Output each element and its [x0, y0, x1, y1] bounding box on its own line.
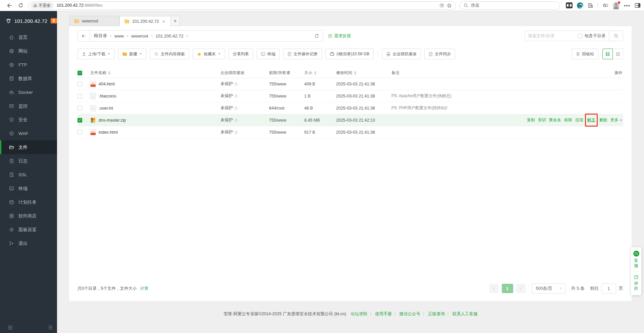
current-page-button[interactable]: 1	[502, 284, 513, 293]
wechat-link[interactable]: 微信公众号	[399, 312, 421, 316]
sidebar-item-home[interactable]: 首页	[0, 30, 57, 44]
bookmark-star-icon[interactable]	[445, 2, 453, 9]
sidebar-item-docker[interactable]: Docker	[0, 85, 57, 99]
sidebar-panel-icon[interactable]	[635, 3, 641, 8]
alert-count-badge[interactable]: 0	[51, 18, 57, 23]
goto-page-input[interactable]	[601, 283, 616, 293]
sidebar-item-logout[interactable]: 退出	[0, 237, 57, 250]
share-list-button[interactable]: 分享列表	[228, 49, 253, 59]
sidebar-item-database[interactable]: 数据库	[0, 72, 57, 85]
sidebar-item-waf[interactable]: WAF	[0, 127, 57, 140]
new-tab-button[interactable]: +	[171, 16, 180, 26]
favorites-button[interactable]: 收藏夹▼	[193, 49, 225, 59]
sidebar-item-logs[interactable]: 日志	[0, 154, 57, 168]
extension-dark-icon[interactable]	[566, 2, 573, 8]
rate-icon[interactable]	[634, 275, 639, 279]
breadcrumb-root[interactable]: 根目录	[94, 33, 107, 39]
select-all-checkbox[interactable]: −	[77, 71, 82, 75]
url-text[interactable]: 101.200.42.72:8888/files	[57, 3, 438, 8]
collapse-menu-icon[interactable]	[7, 325, 13, 330]
sidebar-item-security[interactable]: 安全	[0, 113, 57, 127]
table-row[interactable]: 404.html 未保护 755/www 409 B 2025-03-03 21…	[77, 78, 623, 90]
copy-action[interactable]: 复制	[527, 117, 535, 123]
row-checkbox[interactable]	[77, 106, 82, 111]
customer-service-icon[interactable]	[633, 251, 639, 257]
compute-size-link[interactable]: 计算	[140, 286, 148, 291]
refresh-dir-button[interactable]	[311, 30, 323, 41]
rate-label[interactable]: 评价	[634, 281, 639, 291]
file-search-button[interactable]	[609, 31, 623, 41]
row-checkbox[interactable]	[77, 82, 82, 86]
extension-teal-icon[interactable]	[577, 2, 583, 9]
tab-wwwroot[interactable]: wwwroot	[69, 16, 119, 26]
sidebar-item-settings[interactable]: 面板设置	[0, 223, 57, 237]
recycle-bin-button[interactable]: 回收站	[572, 49, 598, 59]
browser-logo-icon[interactable]	[438, 2, 445, 9]
upload-download-button[interactable]: 上传/下载▼	[77, 49, 115, 59]
table-row[interactable]: .htaccess 未保护 755/www 1 B 2025-03-03 21:…	[77, 90, 623, 102]
tab-current-dir[interactable]: 101.200.42.72 ×	[119, 16, 171, 26]
contact-support-link[interactable]: 联系人工客服	[452, 312, 478, 316]
page-size-select[interactable]: 500条/页 ▼	[532, 283, 566, 293]
file-name[interactable]: .htaccess	[99, 94, 116, 98]
forum-help-link[interactable]: 论坛求助	[351, 312, 367, 316]
sort-size[interactable]	[314, 71, 317, 75]
menu-handle-icon[interactable]	[48, 325, 53, 330]
row-checkbox-checked[interactable]: ✓	[77, 118, 82, 123]
sidebar-item-ftp[interactable]: FTP	[0, 58, 57, 72]
breadcrumb-current[interactable]: 101.200.42.72	[156, 34, 183, 39]
terminal-button[interactable]: 终端	[257, 49, 280, 59]
compress-action[interactable]: 压缩	[575, 117, 583, 123]
sidebar-item-monitor[interactable]: 监控	[0, 99, 57, 113]
security-badge[interactable]: 不安全	[30, 2, 54, 9]
extract-action[interactable]: 解压	[587, 117, 595, 123]
breadcrumb-wwwroot[interactable]: wwwroot	[131, 34, 148, 39]
grid-view-button[interactable]	[613, 49, 623, 59]
file-name[interactable]: dns-master.zip	[99, 118, 126, 123]
sidebar-item-terminal[interactable]: 终端	[0, 182, 57, 195]
cut-action[interactable]: 剪切	[538, 117, 546, 123]
back-icon[interactable]	[5, 1, 14, 10]
sidebar-item-cron[interactable]: 计划任务	[0, 195, 57, 209]
content-search-button[interactable]: 文件内容搜索	[150, 49, 189, 59]
sidebar-item-website[interactable]: 网站	[0, 44, 57, 58]
more-action[interactable]: 更多 ▼	[610, 117, 623, 123]
sidebar-item-ssl[interactable]: SSL	[0, 168, 57, 182]
permission-action[interactable]: 权限	[564, 117, 572, 123]
row-checkbox[interactable]	[77, 94, 82, 98]
disk-usage-button[interactable]: /(根目录)10.56 GB	[325, 49, 374, 59]
customer-service-label[interactable]: 客服	[634, 258, 639, 268]
refresh-icon[interactable]	[16, 1, 25, 10]
panel-header[interactable]: 101.200.42.72 0	[0, 11, 57, 30]
collections-icon[interactable]	[602, 3, 608, 8]
rename-action[interactable]: 重命名	[549, 117, 561, 123]
new-button[interactable]: 新建▼	[118, 49, 147, 59]
file-name[interactable]: 404.html	[99, 82, 115, 86]
file-name[interactable]: index.html	[99, 130, 118, 135]
file-sync-button[interactable]: 文件同步	[424, 49, 455, 59]
sort-mtime[interactable]	[354, 71, 357, 75]
row-checkbox[interactable]	[77, 130, 82, 135]
file-log-button[interactable]: 文件操作记录	[283, 49, 322, 59]
subdir-checkbox[interactable]	[578, 34, 583, 38]
browser-menu-icon[interactable]: •••	[624, 3, 630, 8]
profile-avatar[interactable]	[613, 2, 620, 9]
sort-name[interactable]	[108, 71, 111, 75]
nav-back-button[interactable]	[78, 30, 90, 41]
license-check-link[interactable]: 正版查询	[428, 312, 445, 316]
sidebar-item-files[interactable]: 文件	[0, 140, 57, 154]
file-name[interactable]: .user.ini	[99, 106, 113, 111]
table-row[interactable]: index.html 未保护 755/www 917 B 2025-03-03 …	[77, 126, 623, 138]
feedback-link[interactable]: 需求反馈	[328, 33, 351, 39]
address-bar[interactable]: 不安全 101.200.42.72:8888/files	[28, 1, 456, 10]
next-page-button[interactable]: ›	[516, 284, 526, 293]
browser-search[interactable]: 搜索	[459, 1, 560, 10]
include-subdir-option[interactable]: 包含子目录	[578, 31, 609, 41]
sidebar-item-appstore[interactable]: 软件商店	[0, 209, 57, 223]
close-tab-icon[interactable]: ×	[162, 19, 166, 24]
table-row[interactable]: .user.ini 未保护 644/root 46 B 2025-03-03 2…	[77, 102, 623, 114]
breadcrumb-www[interactable]: www	[114, 34, 124, 39]
prev-page-button[interactable]: ‹	[489, 284, 499, 293]
list-view-button[interactable]	[602, 49, 613, 59]
file-search-input[interactable]	[525, 31, 578, 41]
